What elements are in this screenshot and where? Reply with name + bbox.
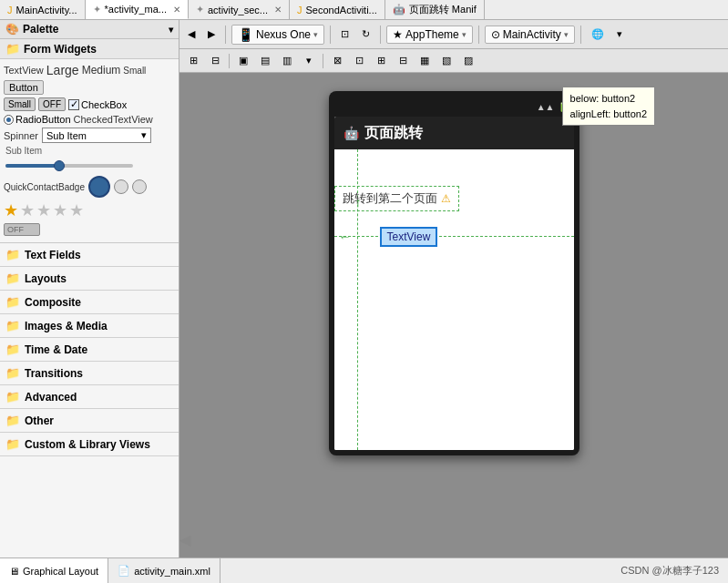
star-5[interactable]: ★	[69, 200, 84, 220]
sec-btn-1[interactable]: ⊞	[183, 52, 203, 70]
category-transitions[interactable]: 📁 Transitions	[0, 362, 179, 385]
category-other[interactable]: 📁 Other	[0, 409, 179, 433]
android-icon: 🤖	[393, 4, 405, 15]
tooltip-line1: below: button2	[570, 91, 647, 107]
off-toggle-widget[interactable]: OFF	[38, 97, 66, 111]
toolbar-sep-5	[580, 26, 581, 44]
category-advanced[interactable]: 📁 Advanced	[0, 385, 179, 409]
sec-btn-10[interactable]: ⊟	[393, 52, 413, 70]
theme-selector[interactable]: ★ AppTheme ▾	[386, 26, 473, 44]
textview-selected-widget[interactable]: TextView	[380, 227, 438, 247]
small-toggle-widget[interactable]: Small	[4, 97, 36, 111]
activity-selector[interactable]: ⊙ MainActivity ▾	[485, 26, 575, 44]
widget-row-2: Small OFF ✓ CheckBox	[4, 97, 175, 111]
large-text-label[interactable]: Large	[46, 63, 79, 77]
sec-btn-4[interactable]: ▤	[255, 52, 275, 70]
form-widgets-section-header[interactable]: 📁 Form Widgets	[0, 39, 179, 59]
spinner-widget[interactable]: Sub Item ▾	[42, 128, 151, 143]
tab-manifest[interactable]: 🤖 页面跳转 Manif	[385, 0, 485, 19]
tab-activity-main[interactable]: ✦ *activity_ma... ✕	[86, 0, 189, 19]
transitions-folder-icon: 📁	[5, 366, 20, 380]
slider-thumb[interactable]	[54, 160, 65, 171]
star-3[interactable]: ★	[36, 200, 51, 220]
circle-badge-1[interactable]	[114, 179, 128, 194]
tab-activity-sec[interactable]: ✦ activity_sec... ✕	[189, 0, 290, 19]
sec-btn-8[interactable]: ⊡	[349, 52, 369, 70]
toggle-switch-widget[interactable]: OFF	[4, 223, 40, 236]
composite-folder-icon: 📁	[5, 295, 20, 309]
tab-close-icon[interactable]: ✕	[173, 5, 180, 15]
theme-icon: ★	[393, 28, 403, 41]
dropdown-button[interactable]: ▾	[612, 26, 627, 43]
textview-label[interactable]: TextView	[4, 65, 44, 76]
rotate-button[interactable]: ↻	[357, 26, 374, 43]
category-layouts[interactable]: 📁 Layouts	[0, 267, 179, 291]
phone-status-bar: ▲▲ 🔋	[334, 97, 574, 117]
palette: 🎨 Palette ▾ 📁 Form Widgets TextView Larg…	[0, 20, 179, 557]
back-button[interactable]: ◀	[183, 26, 200, 43]
palette-header: 🎨 Palette ▾	[0, 20, 179, 39]
globe-button[interactable]: 🌐	[587, 26, 609, 43]
star-1[interactable]: ★	[4, 200, 18, 220]
tab-bar: J MainActivity... ✦ *activity_ma... ✕ ✦ …	[0, 0, 728, 20]
checked-textview-widget[interactable]: CheckedTextView	[74, 114, 153, 125]
checkbox-widget[interactable]: ✓ CheckBox	[68, 99, 127, 110]
category-composite[interactable]: 📁 Composite	[0, 291, 179, 314]
graphical-layout-icon: 🖥	[9, 566, 19, 577]
sec-btn-2[interactable]: ⊟	[205, 52, 225, 70]
bottom-tab-graphical[interactable]: 🖥 Graphical Layout	[0, 558, 108, 583]
custom-library-folder-icon: 📁	[5, 437, 20, 451]
sec-btn-6[interactable]: ▾	[299, 52, 319, 70]
circle-badge-2[interactable]	[132, 179, 147, 194]
tab-close-icon2[interactable]: ✕	[274, 5, 282, 15]
tab-mainactivity[interactable]: J MainActivity...	[0, 0, 86, 19]
star-2[interactable]: ★	[20, 200, 35, 220]
scroll-indicator[interactable]: ◀	[179, 531, 190, 548]
slider-track[interactable]	[5, 164, 133, 168]
button-widget[interactable]: Button	[4, 80, 44, 95]
bottom-tab-xml[interactable]: 📄 activity_main.xml	[108, 558, 220, 583]
sec-btn-7[interactable]: ⊠	[327, 52, 347, 70]
xml-icon: ✦	[93, 4, 101, 15]
right-panel: ◀ ▶ 📱 Nexus One ▾ ⊡ ↻ ★ AppTheme ▾ ⊙	[179, 20, 728, 557]
theme-dropdown-arrow: ▾	[462, 30, 467, 39]
screen-size-button[interactable]: ⊡	[336, 26, 354, 43]
category-time-date[interactable]: 📁 Time & Date	[0, 338, 179, 362]
layouts-folder-icon: 📁	[5, 271, 20, 285]
quick-contact-badge[interactable]	[88, 176, 110, 198]
palette-dropdown-icon[interactable]: ▾	[169, 25, 173, 35]
activity-dropdown-arrow: ▾	[564, 30, 569, 39]
java-icon2: J	[297, 5, 302, 15]
images-media-folder-icon: 📁	[5, 319, 20, 332]
sec-btn-12[interactable]: ▧	[436, 52, 456, 70]
category-images-media[interactable]: 📁 Images & Media	[0, 314, 179, 338]
tab-secondactivity[interactable]: J SecondActiviti...	[290, 0, 385, 19]
button1-widget[interactable]: 跳转到第二个页面 ⚠	[334, 186, 459, 211]
sec-btn-9[interactable]: ⊞	[371, 52, 391, 70]
toolbar-sep-4	[478, 26, 479, 44]
device-selector[interactable]: 📱 Nexus One ▾	[231, 25, 324, 45]
spinner-row: Spinner Sub Item ▾	[4, 128, 175, 143]
sec-btn-11[interactable]: ▦	[415, 52, 435, 70]
phone-mockup: ▲▲ 🔋 🤖 页面跳转	[329, 91, 579, 455]
activity-icon: ⊙	[491, 28, 500, 41]
phone-content[interactable]: 跳转到第二个页面 ⚠ ↑ ← TextView	[334, 149, 574, 450]
sec-btn-5[interactable]: ▥	[277, 52, 297, 70]
main-content: 🎨 Palette ▾ 📁 Form Widgets TextView Larg…	[0, 20, 728, 557]
radio-widget[interactable]: RadioButton	[4, 114, 71, 125]
category-custom-library[interactable]: 📁 Custom & Library Views	[0, 433, 179, 456]
phone-screen: 🤖 页面跳转 跳转到第二个页面 ⚠ ↑	[334, 117, 574, 450]
toolbar-sep-3	[380, 26, 381, 44]
category-text-fields[interactable]: 📁 Text Fields	[0, 243, 179, 267]
canvas-area[interactable]: below: button2 alignLeft: button2 ▲▲ 🔋 🤖…	[179, 73, 728, 557]
medium-text-label[interactable]: Medium	[82, 64, 121, 77]
forward-button[interactable]: ▶	[203, 26, 220, 43]
star-4[interactable]: ★	[53, 200, 67, 220]
small-text-label[interactable]: Small	[123, 66, 146, 76]
arrow-up-indicator: ↑	[355, 195, 362, 210]
time-date-folder-icon: 📁	[5, 343, 20, 356]
sec-btn-3[interactable]: ▣	[233, 52, 253, 70]
xml-icon2: ✦	[196, 4, 204, 15]
sec-btn-13[interactable]: ▨	[458, 52, 478, 70]
palette-icon: 🎨	[5, 23, 19, 36]
